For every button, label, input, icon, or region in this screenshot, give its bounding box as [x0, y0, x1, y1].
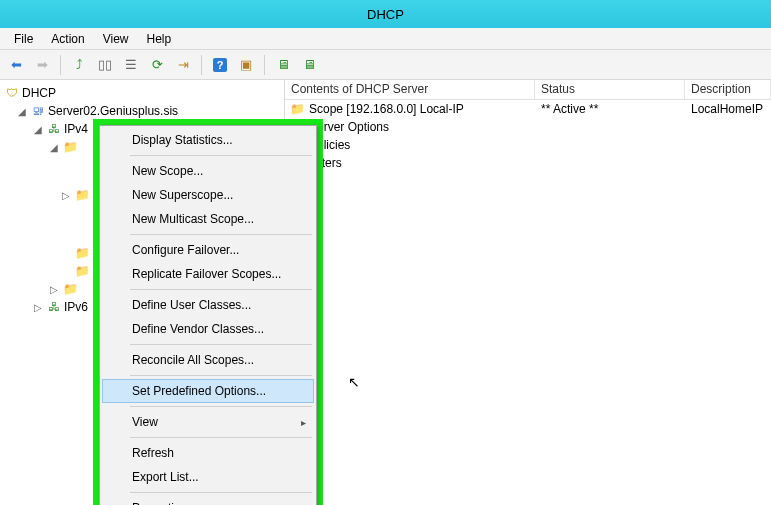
- cell-desc: LocalHomeIP: [685, 102, 771, 116]
- refresh-button[interactable]: ⟳: [145, 54, 169, 76]
- back-button[interactable]: ⬅: [4, 54, 28, 76]
- ipv6-icon: 🖧: [46, 299, 62, 315]
- list-item[interactable]: 📁Scope [192.168.0.0] Local-IP ** Active …: [285, 100, 771, 118]
- window-title: DHCP: [367, 7, 404, 22]
- add-server-button[interactable]: 🖥: [297, 54, 321, 76]
- list-item[interactable]: 📁Server Options: [285, 118, 771, 136]
- tree-server-label: Server02.Geniusplus.sis: [48, 104, 178, 118]
- ctx-new-scope[interactable]: New Scope...: [102, 159, 314, 183]
- ctx-properties[interactable]: Properties: [102, 496, 314, 505]
- menubar: File Action View Help: [0, 28, 771, 50]
- toolbar: ⬅ ➡ ⤴ ▯▯ ☰ ⟳ ⇥ ? ▣ 🖥 🖥: [0, 50, 771, 80]
- menu-file[interactable]: File: [6, 31, 41, 47]
- window-titlebar: DHCP: [0, 0, 771, 28]
- toolbar-separator: [60, 55, 61, 75]
- context-separator: [130, 437, 312, 438]
- folder-icon: 📁: [62, 281, 78, 297]
- menu-help[interactable]: Help: [139, 31, 180, 47]
- help-icon: ?: [213, 58, 227, 72]
- ctx-refresh[interactable]: Refresh: [102, 441, 314, 465]
- context-separator: [130, 375, 312, 376]
- list-body: 📁Scope [192.168.0.0] Local-IP ** Active …: [285, 100, 771, 505]
- ctx-define-user-classes[interactable]: Define User Classes...: [102, 293, 314, 317]
- ctx-reconcile-scopes[interactable]: Reconcile All Scopes...: [102, 348, 314, 372]
- context-separator: [130, 289, 312, 290]
- ctx-define-vendor-classes[interactable]: Define Vendor Classes...: [102, 317, 314, 341]
- context-separator: [130, 234, 312, 235]
- toolbar-separator: [201, 55, 202, 75]
- column-contents[interactable]: Contents of DHCP Server: [285, 80, 535, 99]
- panel-icon: ▯▯: [98, 57, 112, 72]
- cell-name: Scope [192.168.0.0] Local-IP: [309, 102, 464, 116]
- ctx-configure-failover[interactable]: Configure Failover...: [102, 238, 314, 262]
- folder-icon: 📁: [74, 187, 90, 203]
- context-separator: [130, 155, 312, 156]
- window-icon: ▣: [240, 57, 252, 72]
- menu-view[interactable]: View: [95, 31, 137, 47]
- tile-button[interactable]: ▣: [234, 54, 258, 76]
- folder-icon: 📁: [74, 263, 90, 279]
- tree-root-label: DHCP: [22, 86, 56, 100]
- list-item[interactable]: 📋Policies: [285, 136, 771, 154]
- collapse-icon[interactable]: ◢: [32, 124, 44, 135]
- folder-icon: 📁: [74, 245, 90, 261]
- forward-button[interactable]: ➡: [30, 54, 54, 76]
- context-separator: [130, 344, 312, 345]
- ipv4-icon: 🖧: [46, 121, 62, 137]
- column-description[interactable]: Description: [685, 80, 771, 99]
- up-icon: ⤴: [76, 57, 83, 72]
- manage-button[interactable]: 🖥: [271, 54, 295, 76]
- folder-icon: 📁: [62, 139, 78, 155]
- list-item[interactable]: ▽Filters: [285, 154, 771, 172]
- ctx-set-predefined-options[interactable]: Set Predefined Options...: [102, 379, 314, 403]
- tree-ipv6-label: IPv6: [64, 300, 88, 314]
- properties-button[interactable]: ☰: [119, 54, 143, 76]
- ctx-new-superscope[interactable]: New Superscope...: [102, 183, 314, 207]
- export-button[interactable]: ⇥: [171, 54, 195, 76]
- up-button[interactable]: ⤴: [67, 54, 91, 76]
- server-icon: 🖳: [30, 103, 46, 119]
- collapse-icon[interactable]: ◢: [48, 142, 60, 153]
- ctx-replicate-failover[interactable]: Replicate Failover Scopes...: [102, 262, 314, 286]
- tree-server[interactable]: ◢ 🖳 Server02.Geniusplus.sis: [2, 102, 282, 120]
- toolbar-separator: [264, 55, 265, 75]
- collapse-icon[interactable]: ◢: [16, 106, 28, 117]
- list-header[interactable]: Contents of DHCP Server Status Descripti…: [285, 80, 771, 100]
- monitor-plus-icon: 🖥: [303, 57, 316, 72]
- menu-action[interactable]: Action: [43, 31, 92, 47]
- show-hide-tree-button[interactable]: ▯▯: [93, 54, 117, 76]
- expand-icon[interactable]: ▷: [48, 284, 60, 295]
- cell-status: ** Active **: [535, 102, 685, 116]
- dhcp-icon: 🛡: [4, 85, 20, 101]
- expand-icon[interactable]: ▷: [60, 190, 72, 201]
- column-status[interactable]: Status: [535, 80, 685, 99]
- highlight-box: Display Statistics... New Scope... New S…: [93, 119, 323, 505]
- ctx-view-submenu[interactable]: View: [102, 410, 314, 434]
- context-menu: Display Statistics... New Scope... New S…: [99, 125, 317, 505]
- ctx-display-statistics[interactable]: Display Statistics...: [102, 128, 314, 152]
- expand-icon[interactable]: ▷: [32, 302, 44, 313]
- tree-ipv4-label: IPv4: [64, 122, 88, 136]
- help-button[interactable]: ?: [208, 54, 232, 76]
- list-pane[interactable]: Contents of DHCP Server Status Descripti…: [285, 80, 771, 505]
- monitors-icon: 🖥: [277, 57, 290, 72]
- context-separator: [130, 406, 312, 407]
- ctx-new-multicast-scope[interactable]: New Multicast Scope...: [102, 207, 314, 231]
- arrow-right-icon: ➡: [37, 57, 48, 72]
- export-icon: ⇥: [178, 57, 189, 72]
- tree-root-dhcp[interactable]: 🛡 DHCP: [2, 84, 282, 102]
- folder-icon: 📁: [289, 101, 305, 117]
- list-icon: ☰: [125, 57, 137, 72]
- arrow-left-icon: ⬅: [11, 57, 22, 72]
- refresh-icon: ⟳: [152, 57, 163, 72]
- context-separator: [130, 492, 312, 493]
- ctx-export-list[interactable]: Export List...: [102, 465, 314, 489]
